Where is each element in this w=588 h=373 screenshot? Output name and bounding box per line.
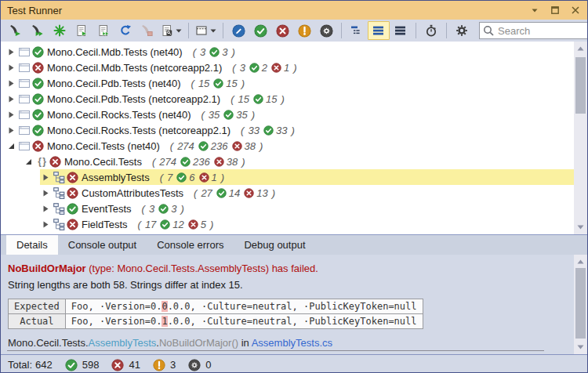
expander-collapsed-icon[interactable]: [40, 205, 52, 212]
expander-collapsed-icon[interactable]: [5, 127, 17, 134]
divider-line: [7, 350, 544, 351]
failed-icon: [188, 219, 198, 230]
list-view-button[interactable]: [368, 21, 390, 40]
new-window-button[interactable]: [193, 21, 219, 40]
expander-collapsed-icon[interactable]: [40, 190, 52, 197]
diff-table-body: ExpectedFoo, ·Version=0.0.0.0, ·Culture=…: [9, 299, 423, 329]
passed-icon: [209, 47, 220, 57]
run-tests-button[interactable]: [5, 21, 27, 40]
passed-icon: [249, 63, 260, 73]
tree-row[interactable]: Mono.Cecil.Pdb.Tests (net40)(1515): [5, 75, 574, 91]
status-passed-counter: 598: [65, 359, 100, 371]
settings-gear-icon: [456, 24, 468, 37]
scroll-up-icon[interactable]: [574, 42, 587, 55]
failed-icon: [271, 63, 281, 73]
filter-edit-icon: [232, 24, 245, 38]
expander-collapsed-icon[interactable]: [40, 221, 52, 228]
tab-debug-output[interactable]: Debug output: [234, 235, 315, 255]
search-box[interactable]: [479, 22, 588, 39]
refresh-button[interactable]: [114, 21, 136, 40]
scroll-up-icon[interactable]: [574, 255, 587, 268]
search-input[interactable]: [494, 25, 588, 37]
close-button[interactable]: [570, 5, 581, 16]
rerun-tests-button[interactable]: [27, 21, 49, 40]
scrollbar-thumb[interactable]: [575, 268, 586, 339]
filter-failed-button[interactable]: [271, 21, 293, 40]
tree-row[interactable]: EventTests(33): [40, 201, 574, 216]
test-counts: (1515): [230, 93, 285, 105]
expander-collapsed-icon[interactable]: [40, 174, 52, 181]
flat-view-button[interactable]: [390, 21, 412, 40]
toolbar-buttons: [5, 21, 473, 40]
tab-details[interactable]: Details: [6, 235, 58, 255]
passed-icon: [180, 157, 191, 167]
window-title: Test Runner: [7, 5, 62, 16]
debug-tests-button[interactable]: [49, 21, 71, 40]
expander-expanded-icon[interactable]: [23, 158, 34, 165]
window-position-button[interactable]: [529, 5, 540, 16]
settings-gear-button[interactable]: [451, 21, 473, 40]
filter-warning-button[interactable]: [293, 21, 315, 40]
class-icon: [52, 203, 66, 215]
maximize-icon: [551, 6, 559, 14]
run-file-button[interactable]: [71, 21, 93, 40]
class-icon: [52, 187, 66, 199]
filter-passed-button[interactable]: [249, 21, 271, 40]
scrollbar-thumb[interactable]: [575, 57, 586, 114]
details-tabstrip: DetailsConsole outputConsole errorsDebug…: [1, 235, 587, 255]
tab-console-output[interactable]: Console output: [58, 235, 147, 255]
tree-row[interactable]: Mono.Cecil.Pdb.Tests (netcoreapp2.1)(151…: [5, 91, 574, 107]
title-bar[interactable]: Test Runner: [1, 1, 587, 20]
tree-row[interactable]: CustomAttributesTests(271413): [40, 185, 574, 201]
filter-ignored-button[interactable]: [315, 21, 337, 40]
expander-collapsed-icon[interactable]: [5, 96, 17, 103]
tree-row[interactable]: FieldTests(17125): [40, 216, 574, 232]
total-value: 642: [35, 359, 53, 371]
run-file-append-button[interactable]: [93, 21, 114, 40]
failure-title: NoBuildOrMajor (type: Mono.Cecil.Tests.A…: [8, 263, 564, 274]
tab-console-errors[interactable]: Console errors: [147, 235, 234, 255]
test-counts: (761): [160, 172, 224, 183]
test-runner-window: Test Runner Mono.Cecil.Mdb.Tests (net40)…: [0, 0, 588, 373]
failed-icon: [67, 172, 78, 183]
expander-expanded-icon[interactable]: [5, 143, 17, 150]
tree-scrollbar[interactable]: [574, 42, 587, 234]
failed-icon: [32, 140, 44, 152]
search-icon: [483, 25, 494, 36]
source-file-link[interactable]: AssemblyTests.cs: [252, 337, 332, 349]
maximize-button[interactable]: [550, 5, 561, 16]
tree-row[interactable]: Mono.Cecil.Mdb.Tests (netcoreapp2.1)(321…: [5, 60, 574, 75]
filter-edit-button[interactable]: [227, 21, 249, 40]
expander-collapsed-icon[interactable]: [5, 80, 17, 87]
tree-row[interactable]: AssemblyTests(761): [40, 169, 574, 185]
passed-icon: [176, 172, 187, 183]
tree-row[interactable]: Mono.Cecil.Rocks.Tests (netcoreapp2.1)(3…: [5, 122, 574, 138]
tree-row[interactable]: Mono.Cecil.Mdb.Tests (net40)(33): [5, 44, 574, 60]
passed-icon: [216, 188, 227, 198]
test-tree-rows: Mono.Cecil.Mdb.Tests (net40)(33)Mono.Cec…: [1, 44, 574, 232]
status-warning-counter: 3: [153, 359, 176, 371]
passed-icon: [158, 204, 169, 214]
scroll-down-icon[interactable]: [574, 221, 587, 234]
test-counts: (27423638): [152, 156, 245, 168]
expander-collapsed-icon[interactable]: [5, 49, 17, 56]
group-by-button[interactable]: [346, 21, 368, 40]
failed-icon: [214, 157, 224, 167]
tree-row[interactable]: Mono.Cecil.Tests (net40)(27423638): [5, 138, 574, 154]
passed-icon: [32, 109, 44, 121]
class-icon: [52, 219, 66, 230]
diff-row-value: Foo, ·Version=0.0.0.0, ·Culture=neutral,…: [65, 299, 423, 314]
expander-collapsed-icon[interactable]: [5, 111, 17, 118]
status-bar: Total: 642 5984130: [1, 354, 587, 373]
expander-collapsed-icon[interactable]: [5, 64, 17, 71]
tree-row[interactable]: Mono.Cecil.Rocks.Tests (net40)(3535): [5, 107, 574, 122]
tree-row[interactable]: { }Mono.Cecil.Tests(27423638): [23, 154, 574, 169]
details-scrollbar[interactable]: [574, 255, 587, 354]
stopwatch-button[interactable]: [420, 21, 442, 40]
scroll-down-icon[interactable]: [574, 341, 587, 353]
run-previous-disabled-button[interactable]: [136, 21, 158, 40]
project-icon: [17, 125, 31, 136]
test-node-label: CustomAttributesTests: [82, 187, 183, 199]
report-doc-button[interactable]: [158, 21, 184, 40]
passed-icon: [32, 46, 44, 58]
